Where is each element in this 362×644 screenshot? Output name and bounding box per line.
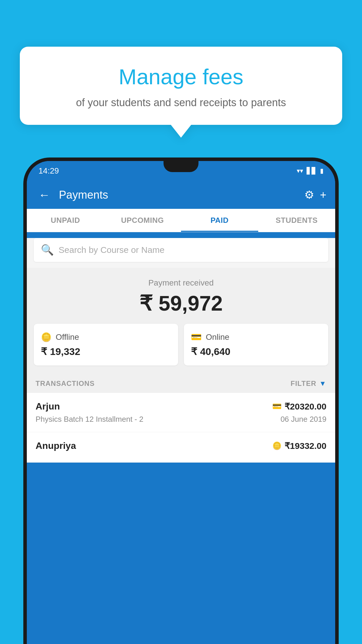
wifi-icon: ▾▾: [297, 167, 303, 175]
filter-label: FILTER: [291, 379, 316, 388]
search-bar[interactable]: 🔍 Search by Course or Name: [34, 238, 328, 262]
transaction-name: Anupriya: [36, 440, 76, 451]
offline-card-header: 🪙 Offline: [41, 332, 171, 342]
online-label: Online: [206, 332, 229, 342]
tab-upcoming[interactable]: UPCOMING: [104, 209, 181, 232]
transaction-amount: ₹19332.00: [284, 441, 326, 451]
phone-frame: 14:29 ▾▾ ▋▊ ▮ ← Payments ⚙ + UNPAID UPCO…: [23, 158, 339, 644]
app-bar-title: Payments: [59, 189, 298, 201]
app-bar-actions: ⚙ +: [304, 188, 326, 201]
signal-icon: ▋▊: [307, 167, 317, 175]
table-row: Arjun 💳 ₹20320.00 Physics Batch 12 Insta…: [27, 393, 335, 432]
payment-type-icon: 🪙: [272, 441, 282, 450]
transactions-label: TRANSACTIONS: [36, 379, 95, 388]
transaction-amount-row: 🪙 ₹19332.00: [272, 441, 326, 451]
bubble-subtitle: of your students and send receipts to pa…: [34, 97, 328, 109]
transaction-course: Physics Batch 12 Installment - 2: [36, 415, 143, 424]
payment-summary: Payment received ₹ 59,972: [27, 268, 335, 324]
transaction-name: Arjun: [36, 401, 60, 412]
transaction-list: Arjun 💳 ₹20320.00 Physics Batch 12 Insta…: [27, 393, 335, 463]
content-area: 🔍 Search by Course or Name Payment recei…: [27, 238, 335, 463]
back-button[interactable]: ←: [36, 186, 53, 204]
filter-icon: ▼: [319, 379, 326, 388]
offline-label: Offline: [56, 332, 79, 342]
speech-bubble: Manage fees of your students and send re…: [20, 47, 342, 125]
payment-total-amount: ₹ 59,972: [27, 291, 335, 316]
online-card: 💳 Online ₹ 40,640: [184, 324, 328, 365]
transaction-bottom-row: Physics Batch 12 Installment - 2 06 June…: [36, 415, 326, 424]
tabs: UNPAID UPCOMING PAID STUDENTS: [27, 209, 335, 232]
tab-paid[interactable]: PAID: [181, 209, 258, 232]
online-icon: 💳: [191, 332, 202, 342]
payment-type-icon: 💳: [272, 402, 282, 411]
table-row: Anupriya 🪙 ₹19332.00: [27, 432, 335, 463]
transaction-top-row: Anupriya 🪙 ₹19332.00: [36, 440, 326, 451]
offline-icon: 🪙: [41, 332, 52, 342]
phone-inner: 14:29 ▾▾ ▋▊ ▮ ← Payments ⚙ + UNPAID UPCO…: [27, 161, 335, 644]
tab-unpaid[interactable]: UNPAID: [27, 209, 104, 232]
filter-button[interactable]: FILTER ▼: [291, 379, 326, 388]
status-time: 14:29: [38, 166, 59, 176]
transactions-header: TRANSACTIONS FILTER ▼: [27, 372, 335, 393]
transaction-amount-row: 💳 ₹20320.00: [272, 401, 326, 412]
online-amount: ₹ 40,640: [191, 346, 321, 357]
transaction-top-row: Arjun 💳 ₹20320.00: [36, 401, 326, 412]
search-icon: 🔍: [41, 244, 54, 256]
search-input[interactable]: Search by Course or Name: [59, 245, 165, 255]
transaction-amount: ₹20320.00: [284, 401, 326, 412]
settings-icon[interactable]: ⚙: [304, 188, 314, 201]
offline-card: 🪙 Offline ₹ 19,332: [34, 324, 178, 365]
status-icons: ▾▾ ▋▊ ▮: [297, 167, 324, 175]
payment-cards: 🪙 Offline ₹ 19,332 💳 Online ₹ 40,640: [27, 324, 335, 372]
payment-received-label: Payment received: [27, 278, 335, 288]
online-card-header: 💳 Online: [191, 332, 321, 342]
phone-notch: [164, 161, 198, 172]
battery-icon: ▮: [320, 167, 324, 175]
transaction-date: 06 June 2019: [280, 415, 326, 424]
add-icon[interactable]: +: [320, 189, 326, 201]
offline-amount: ₹ 19,332: [41, 346, 171, 357]
app-bar: ← Payments ⚙ +: [27, 181, 335, 209]
bubble-title: Manage fees: [34, 64, 328, 90]
tab-students[interactable]: STUDENTS: [258, 209, 335, 232]
